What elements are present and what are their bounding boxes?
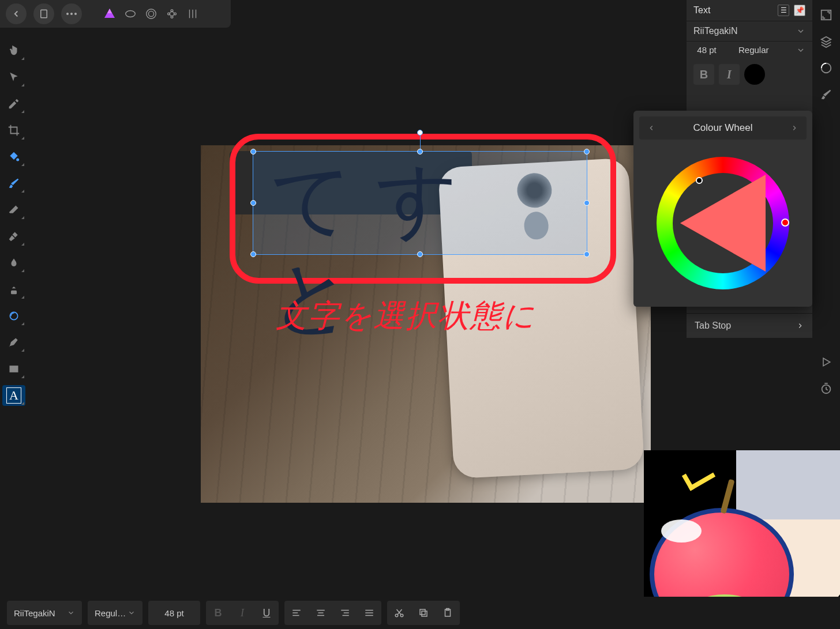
left-toolbar: A <box>0 35 28 412</box>
svg-rect-40 <box>420 609 425 615</box>
underline-button[interactable]: U <box>254 601 279 625</box>
svg-rect-20 <box>10 366 18 372</box>
svg-point-3 <box>74 13 77 15</box>
layers-icon[interactable] <box>818 33 834 50</box>
brush-panel-icon[interactable] <box>818 86 834 103</box>
crop-tool[interactable] <box>2 120 25 141</box>
right-studio-column <box>812 0 840 404</box>
resize-handle-tr[interactable] <box>584 149 590 155</box>
clipboard-button-group <box>387 601 460 625</box>
smudge-tool[interactable] <box>2 226 25 247</box>
back-button[interactable] <box>6 3 27 24</box>
clone-tool[interactable] <box>2 279 25 300</box>
develop-persona-icon[interactable] <box>165 7 179 21</box>
align-center-button[interactable] <box>309 601 333 625</box>
svg-point-2 <box>70 13 73 15</box>
svg-point-7 <box>147 9 156 19</box>
context-weight-dropdown[interactable]: Regul… <box>88 601 142 625</box>
style-button-group: B I U <box>206 601 279 625</box>
svg-marker-23 <box>823 358 830 366</box>
font-weight-dropdown[interactable]: Regular <box>732 42 812 58</box>
panel-list-icon[interactable]: ☰ <box>778 5 789 16</box>
chevron-down-icon <box>796 46 805 55</box>
rotation-handle[interactable] <box>417 130 423 135</box>
resize-handle-mr[interactable] <box>584 200 590 206</box>
timer-icon[interactable] <box>818 381 834 397</box>
cut-button[interactable] <box>387 601 411 625</box>
resize-handle-ml[interactable] <box>250 200 256 206</box>
chevron-down-icon <box>796 27 805 36</box>
text-color-swatch[interactable] <box>744 64 765 85</box>
burn-tool[interactable] <box>2 253 25 273</box>
svg-rect-39 <box>422 611 427 616</box>
chevron-right-icon <box>796 322 804 330</box>
liquify-persona-icon[interactable] <box>144 7 158 21</box>
svg-point-9 <box>170 12 174 16</box>
align-right-button[interactable] <box>333 601 357 625</box>
text-panel-header: Text ☰ 📌 <box>687 0 812 21</box>
font-dropdown[interactable]: RiiTegakiN <box>687 21 812 41</box>
chevron-down-icon <box>127 609 136 617</box>
photo-persona-icon[interactable] <box>103 7 117 21</box>
top-header <box>0 0 231 28</box>
svg-point-13 <box>168 13 170 15</box>
svg-point-6 <box>126 11 136 17</box>
paste-button[interactable] <box>436 601 460 625</box>
svg-point-1 <box>66 13 69 15</box>
context-size-field[interactable]: 48 pt <box>148 601 200 625</box>
font-name: RiiTegakiN <box>693 26 792 36</box>
selection-persona-icon[interactable] <box>123 7 137 21</box>
text-selection-box[interactable]: てすと <box>253 151 587 255</box>
fill-tool[interactable] <box>2 146 25 167</box>
italic-button[interactable]: I <box>230 601 254 625</box>
panel-pin-icon[interactable]: 📌 <box>794 5 805 16</box>
bold-button[interactable]: B <box>693 64 714 85</box>
move-tool[interactable] <box>2 67 25 88</box>
svg-marker-5 <box>107 9 112 13</box>
context-toolbar: RiiTegakiN Regul… 48 pt B I U <box>0 597 840 629</box>
fullscreen-icon[interactable] <box>818 7 834 23</box>
text-panel-title: Text <box>693 5 710 16</box>
rectangle-tool[interactable] <box>2 359 25 379</box>
copy-button[interactable] <box>411 601 436 625</box>
sv-handle[interactable] <box>696 177 703 184</box>
resize-handle-tl[interactable] <box>250 149 256 155</box>
play-icon[interactable] <box>818 354 834 370</box>
svg-point-17 <box>16 159 19 161</box>
color-picker-tool[interactable] <box>2 93 25 114</box>
healing-tool[interactable] <box>2 306 25 326</box>
colour-wheel-popover[interactable]: Colour Wheel <box>633 111 812 307</box>
tonemap-persona-icon[interactable] <box>186 7 200 21</box>
context-font-dropdown[interactable]: RiiTegakiN <box>7 601 82 625</box>
resize-handle-br[interactable] <box>584 251 590 257</box>
document-menu-button[interactable] <box>33 3 54 24</box>
chevron-right-icon[interactable] <box>790 124 798 132</box>
hand-tool[interactable] <box>2 40 25 61</box>
more-menu-button[interactable] <box>61 3 82 24</box>
svg-point-8 <box>148 11 153 16</box>
svg-rect-0 <box>41 10 47 18</box>
erase-tool[interactable] <box>2 199 25 220</box>
paint-brush-tool[interactable] <box>2 173 25 194</box>
colour-popover-title: Colour Wheel <box>693 122 753 134</box>
align-button-group <box>284 601 381 625</box>
bold-button[interactable]: B <box>206 601 230 625</box>
tabstop-section[interactable]: Tab Stop <box>687 313 812 338</box>
resize-handle-bm[interactable] <box>417 251 423 257</box>
colour-wheel[interactable] <box>657 157 789 289</box>
hue-handle[interactable] <box>781 219 789 227</box>
pen-tool[interactable] <box>2 332 25 353</box>
sv-triangle[interactable] <box>680 175 766 272</box>
align-left-button[interactable] <box>284 601 309 625</box>
italic-button[interactable]: I <box>719 64 740 85</box>
resize-handle-tm[interactable] <box>417 149 423 155</box>
font-size-field[interactable]: 48 pt <box>687 42 727 58</box>
svg-point-11 <box>174 13 177 15</box>
svg-rect-18 <box>11 291 17 295</box>
svg-point-12 <box>171 16 173 18</box>
align-justify-button[interactable] <box>357 601 381 625</box>
chevron-left-icon[interactable] <box>647 124 655 132</box>
resize-handle-bl[interactable] <box>250 251 256 257</box>
text-tool[interactable]: A <box>2 385 25 406</box>
history-icon[interactable] <box>818 60 834 76</box>
